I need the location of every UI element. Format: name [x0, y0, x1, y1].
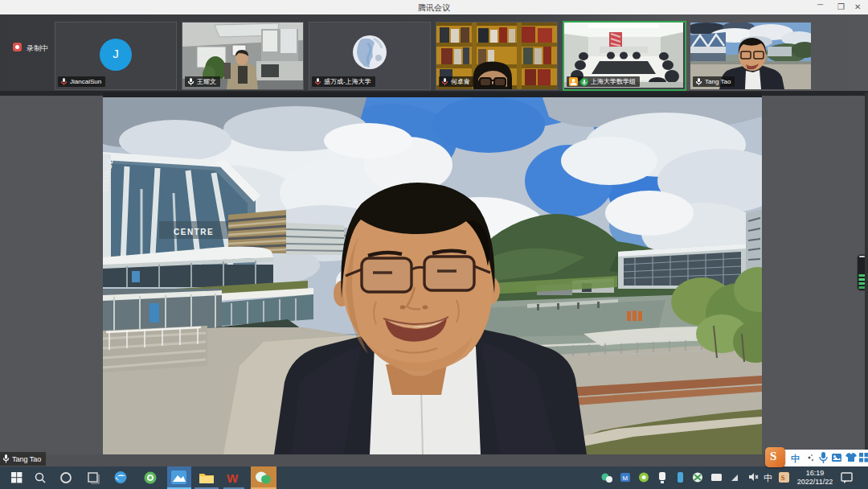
svg-text:中: 中 [791, 454, 800, 463]
svg-text:S: S [781, 474, 785, 482]
svg-text:M: M [623, 475, 628, 482]
svg-text:CENTRE: CENTRE [174, 228, 214, 236]
svg-text:W: W [227, 471, 239, 485]
svg-text:中: 中 [764, 473, 772, 483]
